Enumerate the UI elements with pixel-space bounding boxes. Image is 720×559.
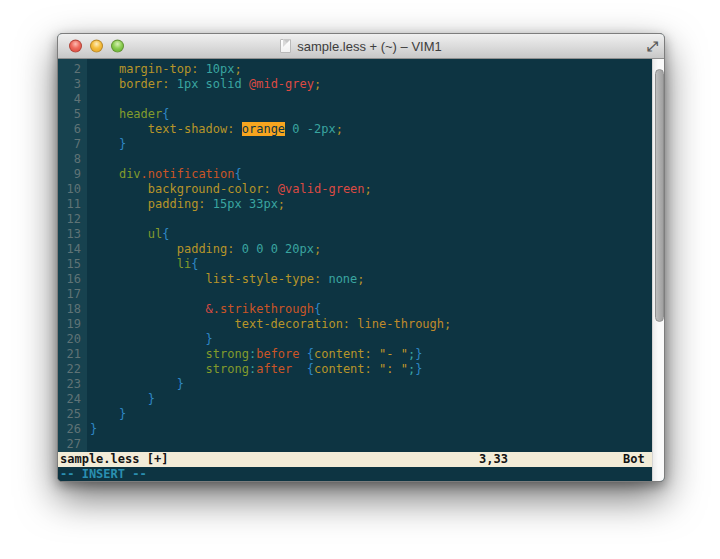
window-title: sample.less + (~) – VIM1: [297, 39, 442, 54]
code-line[interactable]: 5 header{: [58, 107, 652, 122]
code-text: }: [87, 407, 652, 422]
code-text: padding: 0 0 0 20px;: [87, 242, 652, 257]
code-text: [87, 92, 652, 107]
zoom-button[interactable]: [111, 40, 124, 53]
code-text: }: [87, 422, 652, 437]
code-line[interactable]: 11 padding: 15px 33px;: [58, 197, 652, 212]
code-text: list-style-type: none;: [87, 272, 652, 287]
code-line[interactable]: 22 strong:after {content: ": ";}: [58, 362, 652, 377]
line-number: 22: [58, 362, 87, 377]
line-number: 12: [58, 212, 87, 227]
code-text: }: [87, 137, 652, 152]
line-number: 11: [58, 197, 87, 212]
code-text: [87, 287, 652, 302]
code-line[interactable]: 18 &.strikethrough{: [58, 302, 652, 317]
code-line[interactable]: 10 background-color: @valid-green;: [58, 182, 652, 197]
code-text: header{: [87, 107, 652, 122]
code-line[interactable]: 8: [58, 152, 652, 167]
line-number: 4: [58, 92, 87, 107]
code-text: background-color: @valid-green;: [87, 182, 652, 197]
code-line[interactable]: 26}: [58, 422, 652, 437]
line-number: 8: [58, 152, 87, 167]
scrollbar-track[interactable]: [652, 59, 665, 482]
code-line[interactable]: 24 }: [58, 392, 652, 407]
scrollbar-thumb[interactable]: [655, 69, 664, 322]
line-number: 26: [58, 422, 87, 437]
code-text: [87, 437, 652, 452]
line-number: 13: [58, 227, 87, 242]
code-text: margin-top: 10px;: [87, 62, 652, 77]
line-number: 15: [58, 257, 87, 272]
code-text: }: [87, 332, 652, 347]
vim-terminal-window: sample.less + (~) – VIM1 ⤢ 2 margin-top:…: [57, 33, 665, 482]
code-text: }: [87, 392, 652, 407]
editor-main[interactable]: 2 margin-top: 10px;3 border: 1px solid @…: [58, 59, 652, 482]
code-text: }: [87, 377, 652, 392]
window-titlebar[interactable]: sample.less + (~) – VIM1 ⤢: [58, 34, 664, 59]
desktop: { "window": { "title": "sample.less + (~…: [0, 0, 720, 559]
line-number: 6: [58, 122, 87, 137]
code-line[interactable]: 23 }: [58, 377, 652, 392]
code-line[interactable]: 9 div.notification{: [58, 167, 652, 182]
line-number: 20: [58, 332, 87, 347]
search-highlight: orange: [242, 122, 285, 136]
code-line[interactable]: 21 strong:before {content: "- ";}: [58, 347, 652, 362]
code-text: ul{: [87, 227, 652, 242]
fullscreen-arrows-icon[interactable]: ⤢: [647, 39, 658, 53]
code-line[interactable]: 4: [58, 92, 652, 107]
code-line[interactable]: 12: [58, 212, 652, 227]
line-number: 14: [58, 242, 87, 257]
code-text: li{: [87, 257, 652, 272]
code-line[interactable]: 17: [58, 287, 652, 302]
line-number: 21: [58, 347, 87, 362]
minimize-button[interactable]: [90, 40, 103, 53]
line-number: 27: [58, 437, 87, 452]
code-text: text-decoration: line-through;: [87, 317, 652, 332]
line-number: 17: [58, 287, 87, 302]
code-line[interactable]: 20 }: [58, 332, 652, 347]
line-number: 16: [58, 272, 87, 287]
code-line[interactable]: 3 border: 1px solid @mid-grey;: [58, 77, 652, 92]
code-line[interactable]: 19 text-decoration: line-through;: [58, 317, 652, 332]
line-number: 5: [58, 107, 87, 122]
code-text: strong:after {content: ": ";}: [87, 362, 652, 377]
code-line[interactable]: 16 list-style-type: none;: [58, 272, 652, 287]
terminal-content: 2 margin-top: 10px;3 border: 1px solid @…: [58, 59, 664, 482]
code-text: div.notification{: [87, 167, 652, 182]
line-number: 23: [58, 377, 87, 392]
close-button[interactable]: [69, 40, 82, 53]
code-line[interactable]: 7 }: [58, 137, 652, 152]
code-text: [87, 212, 652, 227]
code-text: strong:before {content: "- ";}: [87, 347, 652, 362]
code-line[interactable]: 27: [58, 437, 652, 452]
code-line[interactable]: 15 li{: [58, 257, 652, 272]
code-line[interactable]: 25 }: [58, 407, 652, 422]
line-number: 7: [58, 137, 87, 152]
code-text: border: 1px solid @mid-grey;: [87, 77, 652, 92]
code-text: [87, 152, 652, 167]
code-line[interactable]: 14 padding: 0 0 0 20px;: [58, 242, 652, 257]
statusline-ruler: 3,33: [479, 452, 508, 467]
document-icon: [280, 39, 291, 53]
code-line[interactable]: 6 text-shadow: orange 0 -2px;: [58, 122, 652, 137]
code-area[interactable]: 2 margin-top: 10px;3 border: 1px solid @…: [58, 62, 652, 452]
line-number: 3: [58, 77, 87, 92]
line-number: 25: [58, 407, 87, 422]
window-title-group: sample.less + (~) – VIM1: [280, 39, 442, 54]
statusline-position: Bot: [623, 452, 645, 467]
vim-statusline: sample.less [+] 3,33 Bot: [58, 452, 652, 467]
code-text: &.strikethrough{: [87, 302, 652, 317]
line-number: 2: [58, 62, 87, 77]
line-number: 9: [58, 167, 87, 182]
line-number: 18: [58, 302, 87, 317]
statusline-filename: sample.less [+]: [60, 452, 168, 467]
code-line[interactable]: 13 ul{: [58, 227, 652, 242]
traffic-lights: [69, 40, 124, 53]
code-text: padding: 15px 33px;: [87, 197, 652, 212]
line-number: 24: [58, 392, 87, 407]
line-number: 10: [58, 182, 87, 197]
code-text: text-shadow: orange 0 -2px;: [87, 122, 652, 137]
line-number: 19: [58, 317, 87, 332]
vim-mode-indicator: -- INSERT --: [60, 467, 147, 482]
code-line[interactable]: 2 margin-top: 10px;: [58, 62, 652, 77]
